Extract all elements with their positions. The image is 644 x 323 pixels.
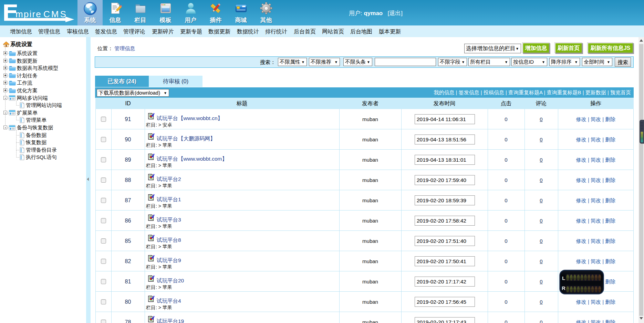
svg-text:CMS: CMS	[43, 9, 67, 19]
svg-text:R: R	[562, 285, 565, 291]
svg-text:mpire: mpire	[15, 9, 42, 19]
svg-text:L: L	[562, 275, 565, 281]
